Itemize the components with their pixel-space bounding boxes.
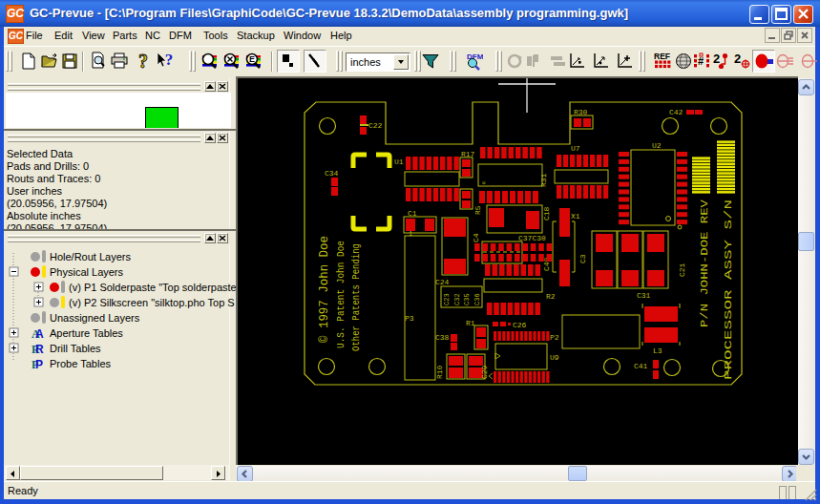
svg-text:A: A <box>35 327 44 341</box>
svg-text:C41: C41 <box>634 362 648 370</box>
svg-text:Physical Layers: Physical Layers <box>50 266 124 278</box>
svg-text:C29: C29 <box>480 365 489 379</box>
svg-text:C34: C34 <box>325 169 339 178</box>
svg-text:R5: R5 <box>473 205 482 215</box>
svg-text:C38: C38 <box>435 333 450 342</box>
svg-text:1: 1 <box>409 230 412 238</box>
svg-text:C42: C42 <box>669 108 683 116</box>
svg-text:C36: C36 <box>473 293 481 305</box>
svg-text:R2: R2 <box>546 292 556 301</box>
svg-text:REF: REF <box>654 52 670 61</box>
svg-text:#: # <box>698 55 704 67</box>
svg-text:(v) P1 Solderpaste "Top solder: (v) P1 Solderpaste "Top solderpaste <box>69 282 236 293</box>
svg-text:C26: C26 <box>513 321 527 329</box>
svg-text:o: o <box>482 179 486 186</box>
svg-text:C31: C31 <box>637 291 651 300</box>
svg-text:C21: C21 <box>678 262 686 277</box>
svg-text:2: 2 <box>713 52 720 66</box>
svg-text:Aperture Tables: Aperture Tables <box>50 327 123 339</box>
svg-text:U7: U7 <box>571 144 580 153</box>
svg-text:C4: C4 <box>472 233 480 242</box>
svg-text:R17: R17 <box>461 150 475 158</box>
svg-text:U.S. Patent John Doe: U.S. Patent John Doe <box>335 241 347 348</box>
svg-text:P3: P3 <box>405 314 414 323</box>
svg-text:PROCESSOR ASSY S/N: PROCESSOR ASSY S/N <box>722 200 734 380</box>
svg-text:C32: C32 <box>453 293 461 305</box>
svg-text:2: 2 <box>734 52 741 66</box>
svg-text:C18: C18 <box>542 206 551 220</box>
svg-text:R31: R31 <box>539 173 548 187</box>
svg-text:P: P <box>35 358 43 371</box>
svg-text:Probe Tables: Probe Tables <box>50 358 112 369</box>
svg-text:U2: U2 <box>652 141 662 150</box>
svg-text:X1: X1 <box>571 212 580 220</box>
svg-text:R30: R30 <box>574 108 588 116</box>
svg-text:?: ? <box>138 52 148 71</box>
svg-text:C23: C23 <box>443 293 451 305</box>
svg-text:Hole/Rout Layers: Hole/Rout Layers <box>50 251 131 262</box>
svg-text:© 1997 John Doe: © 1997 John Doe <box>318 236 331 343</box>
svg-text:(v) P2 Silkscreen "silktop.pho: (v) P2 Silkscreen "silktop.pho Top S <box>69 297 235 308</box>
svg-text:Other Patents Pending: Other Patents Pending <box>350 243 362 351</box>
svg-text:C22: C22 <box>368 121 383 130</box>
svg-text:R: R <box>35 343 44 356</box>
svg-text:P2: P2 <box>550 333 559 342</box>
svg-text:P/N JOHN-DOE REV: P/N JOHN-DOE REV <box>698 200 710 327</box>
svg-text:U9: U9 <box>550 353 559 362</box>
svg-text:C24: C24 <box>435 278 450 286</box>
svg-text:R1: R1 <box>466 319 475 327</box>
svg-text:R10: R10 <box>435 365 444 379</box>
svg-text:Unassigned Layers: Unassigned Layers <box>50 312 140 324</box>
svg-text:Drill Tables: Drill Tables <box>50 343 101 354</box>
svg-text:L3: L3 <box>653 346 662 355</box>
svg-text:U1: U1 <box>394 158 404 166</box>
svg-text:E: E <box>249 54 255 64</box>
svg-text:C3: C3 <box>578 254 587 263</box>
svg-text:?: ? <box>165 52 174 69</box>
svg-text:C35: C35 <box>463 293 471 305</box>
